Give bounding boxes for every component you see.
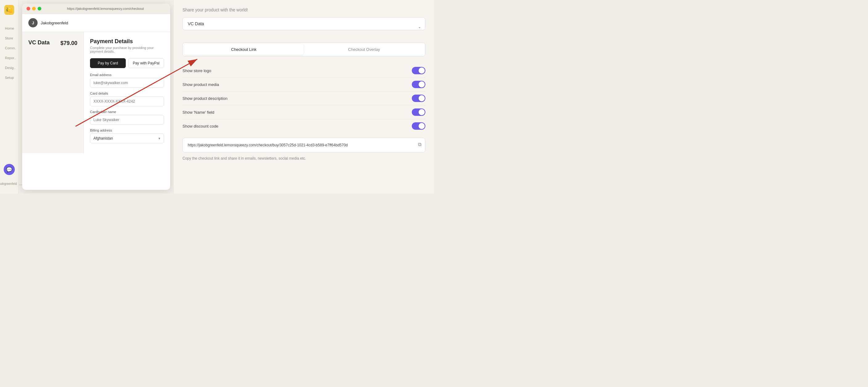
email-label: Email address: [90, 73, 164, 77]
traffic-lights: [27, 7, 41, 10]
payment-panel: Payment Details Complete your purchase b…: [84, 32, 170, 153]
toggle-row-store-logo: Show store logo: [183, 64, 425, 78]
tab-checkout-overlay[interactable]: Checkout Overlay: [304, 44, 424, 55]
card-group: Card details: [90, 92, 164, 106]
cardholder-label: Cardholder name: [90, 110, 164, 114]
product-dropdown[interactable]: VC Data: [183, 17, 425, 30]
toggle-row-product-media: Show product media: [183, 78, 425, 92]
toggle-row-discount-code: Show discount code: [183, 119, 425, 133]
url-hint: Copy the checkout link and share it in e…: [183, 156, 425, 161]
billing-group: Billing address Afghanistan ▼: [90, 128, 164, 143]
pay-with-paypal-button[interactable]: Pay with PayPal: [128, 58, 164, 68]
product-row: VC Data $79.00: [28, 39, 78, 47]
browser-titlebar: [22, 4, 170, 14]
toggle-label-product-media: Show product media: [183, 82, 219, 87]
email-group: Email address: [90, 73, 164, 88]
tab-checkout-link[interactable]: Checkout Link: [184, 44, 304, 55]
copy-icon[interactable]: ⧉: [418, 142, 421, 147]
toggle-label-store-logo: Show store logo: [183, 68, 211, 73]
chat-bubble-button[interactable]: 💬: [4, 164, 15, 175]
product-name: VC Data: [28, 39, 50, 46]
panel-title: Share your product with the world!: [183, 7, 425, 12]
pay-by-card-button[interactable]: Pay by Card: [90, 58, 126, 68]
close-button[interactable]: [27, 7, 30, 10]
url-box: ⧉ https://jakobgreenfeld.lemonsqueezy.co…: [183, 138, 425, 153]
card-label: Card details: [90, 92, 164, 95]
checkout-url: https://jakobgreenfeld.lemonsqueezy.com/…: [188, 142, 420, 148]
billing-label: Billing address: [90, 128, 164, 132]
payment-title: Payment Details: [90, 38, 164, 45]
browser-url-bar[interactable]: [45, 7, 166, 10]
store-name: Jakobgreenfeld: [41, 21, 68, 25]
sidebar-item-setup[interactable]: Setup: [2, 74, 16, 82]
sidebar-item-store[interactable]: Store: [2, 34, 16, 42]
toggle-label-product-description: Show product description: [183, 96, 227, 101]
payment-subtitle: Complete your purchase by providing your…: [90, 46, 164, 53]
checkout-body: VC Data $79.00 Payment Details Complete …: [22, 32, 170, 153]
toggle-label-discount-code: Show discount code: [183, 124, 218, 128]
toggle-row-name-field: Show 'Name' field: [183, 105, 425, 119]
sidebar-item-community[interactable]: Comm...: [2, 44, 16, 52]
cardholder-group: Cardholder name: [90, 110, 164, 125]
toggle-product-media[interactable]: [412, 81, 425, 88]
sidebar: 🍋 Home Store Comm... Repor... Desig... S…: [0, 0, 19, 193]
toggle-name-field[interactable]: [412, 108, 425, 116]
browser-window: J Jakobgreenfeld VC Data $79.00 Payment …: [22, 4, 170, 190]
payment-method-buttons: Pay by Card Pay with PayPal: [90, 58, 164, 68]
billing-select-wrapper: Afghanistan ▼: [90, 133, 164, 143]
browser-content: J Jakobgreenfeld VC Data $79.00 Payment …: [22, 14, 170, 153]
sidebar-nav: Home Store Comm... Repor... Desig... Set…: [0, 25, 18, 82]
product-price: $79.00: [60, 40, 78, 46]
sidebar-logo: 🍋: [4, 5, 14, 15]
tab-container: Checkout Link Checkout Overlay: [183, 42, 425, 56]
main-area: J Jakobgreenfeld VC Data $79.00 Payment …: [19, 0, 434, 193]
maximize-button[interactable]: [38, 7, 41, 10]
billing-select[interactable]: Afghanistan: [90, 133, 164, 143]
email-input[interactable]: [90, 78, 164, 88]
minimize-button[interactable]: [32, 7, 36, 10]
toggle-product-description[interactable]: [412, 95, 425, 102]
user-avatar: J: [28, 18, 38, 27]
cardholder-input[interactable]: [90, 115, 164, 125]
toggle-row-product-description: Show product description: [183, 92, 425, 105]
product-panel: VC Data $79.00: [22, 32, 84, 153]
right-panel: Share your product with the world! VC Da…: [174, 0, 434, 193]
toggle-list: Show store logo Show product media Show …: [183, 64, 425, 133]
sidebar-item-design[interactable]: Desig...: [2, 64, 16, 71]
sidebar-item-home[interactable]: Home: [2, 25, 16, 32]
toggle-label-name-field: Show 'Name' field: [183, 110, 214, 115]
toggle-discount-code[interactable]: [412, 122, 425, 130]
sidebar-item-reports[interactable]: Repor...: [2, 54, 16, 62]
bottom-username: Jakobgreenfeld: [0, 182, 17, 186]
checkout-header: J Jakobgreenfeld: [22, 14, 170, 32]
product-dropdown-wrapper: VC Data ⌄: [183, 17, 425, 36]
card-input[interactable]: [90, 96, 164, 106]
toggle-store-logo[interactable]: [412, 67, 425, 74]
